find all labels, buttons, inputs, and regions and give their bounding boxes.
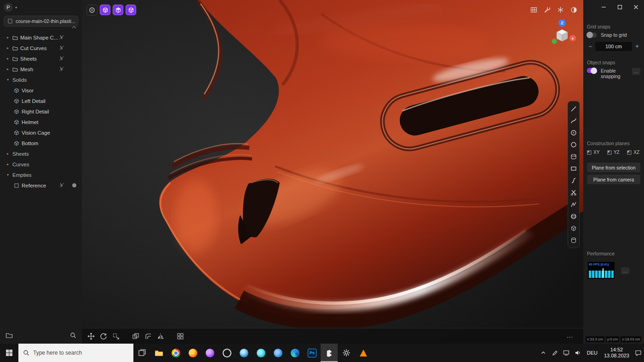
revolve-tool-button[interactable] <box>569 152 578 161</box>
photoshop-button[interactable]: Ps <box>304 344 321 362</box>
tree-item-reference[interactable]: Reference <box>0 180 82 191</box>
close-button[interactable] <box>628 0 644 14</box>
move-tool-button[interactable] <box>86 332 96 341</box>
browser-button[interactable] <box>236 344 253 362</box>
tree-item[interactable]: ▸ Sheets <box>0 53 82 64</box>
snap-to-grid-toggle[interactable] <box>587 33 597 38</box>
center-circle-tool-button[interactable] <box>569 128 578 137</box>
volume-tray-button[interactable] <box>572 344 584 362</box>
edge-button[interactable] <box>287 344 304 362</box>
obs-button[interactable] <box>218 344 236 362</box>
file-tab[interactable]: course-main-02-thin.plasti... <box>4 16 78 27</box>
hidden-cursor-icon[interactable] <box>59 182 64 188</box>
grid-size-decrease-button[interactable]: − <box>587 43 593 50</box>
rotate-tool-button[interactable] <box>99 332 108 341</box>
tree-group-curves[interactable]: ▸ Curves <box>0 159 82 170</box>
circle-tool-button[interactable] <box>569 140 578 149</box>
search-input[interactable] <box>33 350 121 356</box>
chevron-down-icon[interactable]: ▾ <box>6 173 10 177</box>
tree-item[interactable]: ▸ Main Shape C... <box>0 32 82 43</box>
polyline-tool-button[interactable] <box>569 200 578 209</box>
collapse-outliner-icon[interactable] <box>73 27 76 30</box>
taskbar-search[interactable] <box>18 344 133 362</box>
rectangle-tool-button[interactable] <box>569 164 578 173</box>
chevron-right-icon[interactable]: ▸ <box>6 46 10 50</box>
trim-tool-button[interactable] <box>569 188 578 197</box>
tree-group-sheets[interactable]: ▸ Sheets <box>0 148 82 159</box>
snap-options-button[interactable] <box>556 6 564 14</box>
navigation-gizmo[interactable]: Z x <box>546 17 578 49</box>
select-edge-button[interactable] <box>126 5 136 15</box>
tools-button[interactable] <box>543 6 551 14</box>
grid-size-increase-button[interactable]: + <box>634 43 640 50</box>
gizmo-y-axis[interactable] <box>552 39 557 44</box>
language-indicator[interactable]: DEU <box>584 350 601 356</box>
mirror-tool-button[interactable] <box>156 332 165 341</box>
maximize-button[interactable] <box>612 0 628 14</box>
search-icon[interactable] <box>70 332 76 339</box>
chevron-right-icon[interactable]: ▸ <box>6 35 10 40</box>
grid-size-value[interactable]: 100 cm <box>595 42 632 51</box>
plane-yz-button[interactable]: YZ <box>607 150 620 155</box>
array-tool-button[interactable] <box>176 332 185 341</box>
chevron-down-icon[interactable]: ▾ <box>6 78 10 82</box>
chevron-right-icon[interactable]: ▸ <box>6 67 10 71</box>
plane-from-selection-button[interactable]: Plane from selection <box>587 163 640 172</box>
app-purple-button[interactable] <box>201 344 218 362</box>
tree-item-solid[interactable]: Visor <box>0 85 82 96</box>
vlc-button[interactable] <box>355 344 372 362</box>
scale-tool-button[interactable] <box>111 332 121 341</box>
tray-expand-button[interactable] <box>538 344 549 362</box>
select-solid-button[interactable] <box>100 5 110 15</box>
render-mode-button[interactable] <box>569 6 578 14</box>
tool-mode-button[interactable] <box>86 5 98 16</box>
mail-button[interactable] <box>270 344 287 362</box>
performance-more-button[interactable]: ... <box>621 267 629 274</box>
firefox-button[interactable] <box>184 344 201 362</box>
toolbar-more-button[interactable]: ... <box>567 332 573 339</box>
tree-item-solid[interactable]: Vision Cage <box>0 127 82 138</box>
start-button[interactable] <box>0 344 18 362</box>
settings-button[interactable] <box>338 344 355 362</box>
file-explorer-button[interactable] <box>150 344 167 362</box>
plasticity-button-active[interactable] <box>321 344 338 362</box>
network-tray-button[interactable] <box>561 344 572 362</box>
enable-snapping-toggle[interactable] <box>587 68 597 73</box>
tree-item[interactable]: ▸ Mesh <box>0 64 82 74</box>
plane-xz-button[interactable]: XZ <box>627 150 639 155</box>
line-tool-button[interactable] <box>569 104 578 113</box>
app-logo[interactable]: P <box>4 3 13 12</box>
select-face-button[interactable] <box>113 5 123 15</box>
plane-xy-button[interactable]: XY <box>587 150 599 155</box>
chevron-right-icon[interactable]: ▸ <box>6 152 10 156</box>
tree-group-empties[interactable]: ▾ Empties <box>0 170 82 180</box>
cylinder-tool-button[interactable] <box>569 236 578 245</box>
tree-item-solid[interactable]: Left Detail <box>0 96 82 106</box>
open-folder-icon[interactable] <box>6 332 13 339</box>
tree-item-solid[interactable]: Bottom <box>0 138 82 148</box>
grid-toggle-button[interactable] <box>529 6 538 14</box>
hidden-cursor-icon[interactable] <box>59 56 64 61</box>
clock[interactable]: 14:52 13.08.2023 <box>601 347 632 359</box>
plane-from-camera-button[interactable]: Plane from camera <box>587 175 640 184</box>
photos-button[interactable] <box>253 344 270 362</box>
box-tool-button[interactable] <box>569 224 578 233</box>
tree-group-solids[interactable]: ▾ Solids <box>0 74 82 85</box>
task-view-button[interactable] <box>133 344 150 362</box>
chrome-button[interactable] <box>167 344 184 362</box>
hidden-cursor-icon[interactable] <box>59 66 64 72</box>
tree-item-solid[interactable]: Helmet <box>0 117 82 127</box>
notification-center-button[interactable] <box>632 344 644 362</box>
hidden-cursor-icon[interactable] <box>59 45 64 51</box>
offset-tool-button[interactable] <box>144 332 153 341</box>
chevron-right-icon[interactable]: ▸ <box>6 162 10 166</box>
duplicate-tool-button[interactable] <box>131 332 140 341</box>
tree-item[interactable]: ▸ Cut Curves <box>0 43 82 53</box>
viewport-3d[interactable]: Z x . <box>82 0 583 344</box>
app-menu[interactable]: P ▾ <box>4 3 17 12</box>
tree-item-solid[interactable]: Right Detail <box>0 106 82 117</box>
object-snaps-more-button[interactable]: ... <box>632 68 640 75</box>
chevron-right-icon[interactable]: ▸ <box>6 57 10 61</box>
hidden-cursor-icon[interactable] <box>59 34 64 40</box>
curve-tool-button[interactable] <box>569 116 578 125</box>
